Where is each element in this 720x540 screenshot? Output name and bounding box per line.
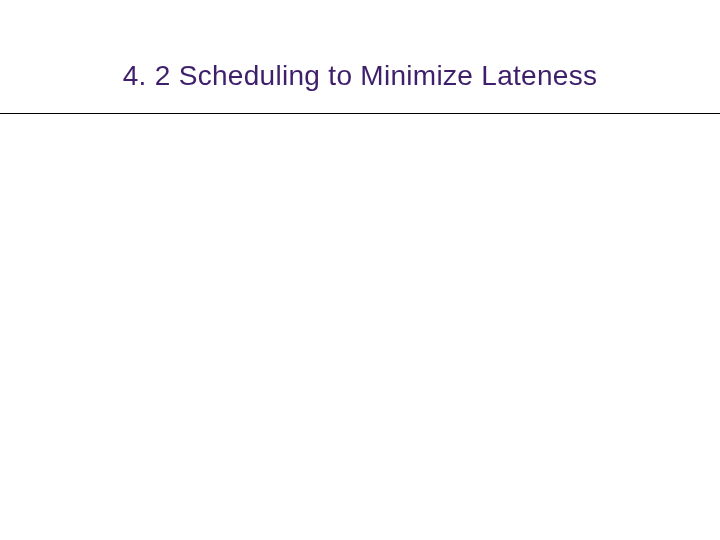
title-underline <box>0 113 720 114</box>
slide: 4. 2 Scheduling to Minimize Lateness <box>0 0 720 540</box>
slide-title: 4. 2 Scheduling to Minimize Lateness <box>0 60 720 92</box>
